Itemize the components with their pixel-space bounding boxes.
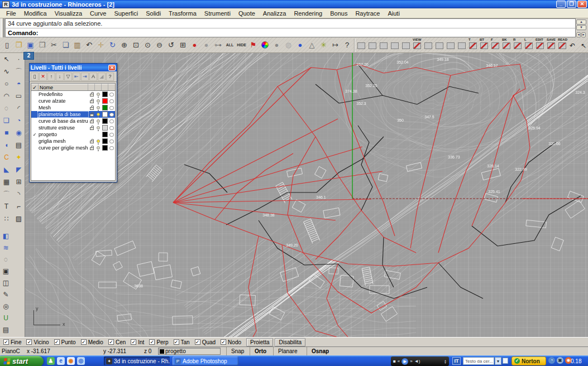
layer-material-cell[interactable] bbox=[108, 126, 115, 130]
trim-button[interactable]: ◤ bbox=[13, 163, 25, 176]
cone-button[interactable]: △ bbox=[306, 38, 318, 52]
osnap-perp[interactable]: ✓Perp bbox=[149, 339, 168, 345]
curve-from-object-button[interactable]: C bbox=[1, 151, 12, 163]
layer-bulb-cell[interactable] bbox=[95, 126, 102, 129]
layer-material-cell[interactable] bbox=[108, 133, 115, 137]
measure-distance-button[interactable]: ↦ bbox=[329, 38, 341, 52]
layer-material-cell[interactable] bbox=[108, 93, 115, 97]
layer-color-cell[interactable] bbox=[102, 105, 108, 110]
interpolate-curve-button[interactable]: ⌒ bbox=[13, 65, 25, 78]
pan-view-button[interactable]: ✛ bbox=[95, 38, 107, 52]
osnap-int[interactable]: ✓Int bbox=[131, 339, 144, 345]
array-button[interactable]: ▦ bbox=[1, 176, 12, 188]
select-button[interactable]: ↖ bbox=[1, 53, 12, 65]
layer-bulb-cell[interactable] bbox=[95, 93, 102, 96]
view-bottom-button[interactable]: BT bbox=[479, 38, 490, 52]
osnap-checkbox-punto[interactable]: ✓ bbox=[54, 339, 60, 345]
command-scroll-down[interactable]: ▼ bbox=[576, 25, 586, 30]
layer-lock-cell[interactable] bbox=[88, 119, 95, 123]
view-save-button[interactable]: SAVE bbox=[546, 38, 557, 52]
command-scroll-left[interactable]: ◄ bbox=[576, 32, 581, 37]
layer-lock-cell[interactable] bbox=[88, 99, 95, 103]
zoom-window-button[interactable]: ⊡ bbox=[130, 38, 142, 52]
wmp-play-button[interactable]: ▶ bbox=[401, 358, 408, 365]
layer-lock-cell[interactable] bbox=[88, 105, 95, 110]
rectangle-button[interactable]: ▭ bbox=[13, 90, 25, 102]
layer-material-cell[interactable] bbox=[108, 119, 115, 123]
undo-button[interactable]: ↶ bbox=[83, 38, 95, 52]
layers-dialog-titlebar[interactable]: Livelli - Tutti i livelli ✕ bbox=[30, 64, 117, 71]
osnap-nodo[interactable]: ✓Nodo bbox=[221, 339, 241, 345]
quicklaunch-messenger-icon[interactable]: ♟ bbox=[47, 357, 55, 365]
ghosted-viewport-button[interactable]: ◍ bbox=[283, 38, 294, 52]
layers-dialog[interactable]: Livelli - Tutti i livelli ✕ ▯✕↑↓▽⇤⇥A◢? ✓… bbox=[29, 63, 117, 182]
layer-color-cell[interactable] bbox=[102, 112, 108, 117]
layer-row-Predefinito[interactable]: Predefinito bbox=[31, 91, 115, 98]
language-indicator[interactable]: IT bbox=[452, 357, 461, 365]
open-file-button[interactable]: ❐ bbox=[13, 38, 25, 52]
layer-color-cell[interactable] bbox=[102, 125, 108, 131]
osnap-medio[interactable]: ✓Medio bbox=[81, 339, 103, 345]
view-top-dot-button[interactable] bbox=[457, 38, 468, 52]
new-layer-button[interactable]: ▯ bbox=[31, 73, 39, 81]
quicklaunch-internet-explorer-icon[interactable]: e bbox=[57, 357, 65, 365]
command-grip[interactable] bbox=[1, 18, 4, 37]
loft-button[interactable]: ≋ bbox=[0, 242, 12, 253]
view-named-button[interactable]: VIEW bbox=[412, 38, 423, 52]
copy-button[interactable]: ❏ bbox=[60, 38, 71, 52]
control-point-curve-button[interactable]: ∿ bbox=[1, 65, 12, 78]
new-file-button[interactable]: ▯ bbox=[1, 38, 13, 52]
move-layer-down-button[interactable]: ↓ bbox=[56, 73, 64, 81]
layer-row-strutture-estruse[interactable]: strutture estruse bbox=[31, 124, 115, 131]
osnap-checkbox-fine[interactable]: ✓ bbox=[3, 339, 9, 345]
minimize-button[interactable]: _ bbox=[556, 1, 566, 8]
view-set-button[interactable] bbox=[423, 38, 434, 52]
task-rhino[interactable]: ✦3d in costruzione - Rh... bbox=[104, 357, 170, 365]
color-column-header[interactable] bbox=[102, 84, 108, 90]
layer-bulb-cell[interactable] bbox=[95, 119, 102, 123]
status-toggle-orto[interactable]: Orto bbox=[250, 347, 271, 355]
view-read-button[interactable]: READ bbox=[557, 38, 568, 52]
block-button[interactable]: ▣ bbox=[0, 265, 12, 277]
point-grid-button[interactable]: ∷ bbox=[1, 213, 12, 225]
layer-row-griglia-mesh[interactable]: griglia mesh bbox=[31, 138, 115, 145]
move-right-button[interactable]: ⇥ bbox=[81, 73, 89, 81]
menu-raytrace[interactable]: Raytrace bbox=[351, 9, 384, 17]
layer-lock-cell[interactable] bbox=[88, 139, 95, 143]
render-button[interactable]: ● bbox=[189, 38, 200, 52]
paste-button[interactable]: ▥ bbox=[71, 38, 83, 52]
osnap-checkbox-int[interactable]: ✓ bbox=[131, 339, 136, 345]
project-curve-button[interactable]: ◝ bbox=[13, 188, 25, 200]
move-layer-up-button[interactable]: ↑ bbox=[47, 73, 55, 81]
view-back-button[interactable]: BK bbox=[501, 38, 513, 52]
view-left-button[interactable]: L bbox=[524, 38, 535, 52]
explode-button[interactable]: ✦ bbox=[13, 151, 25, 163]
circle-button[interactable]: ○ bbox=[1, 78, 12, 90]
menu-rendering[interactable]: Rendering bbox=[290, 9, 326, 17]
menu-analizza[interactable]: Analizza bbox=[259, 9, 290, 17]
layer-color-cell[interactable] bbox=[102, 132, 108, 137]
bulb-column-header[interactable] bbox=[95, 84, 102, 90]
wmp-previous-button[interactable]: « bbox=[398, 359, 400, 364]
sort-layers-button[interactable]: ◢ bbox=[98, 73, 106, 81]
layer-color-cell[interactable] bbox=[102, 138, 108, 144]
view-up-button[interactable] bbox=[367, 38, 379, 52]
cplane-label[interactable]: PianoC bbox=[2, 348, 20, 355]
layer-lock-cell[interactable] bbox=[88, 92, 95, 97]
view-left-dot-button[interactable] bbox=[434, 38, 446, 52]
contour-button[interactable]: ▤ bbox=[13, 139, 25, 151]
layer-row-progetto[interactable]: ✓progetto bbox=[31, 131, 115, 138]
search-go-button[interactable] bbox=[503, 358, 508, 364]
extrude-surface-button[interactable]: ◧ bbox=[0, 230, 12, 242]
tray-display-icon[interactable]: ▣ bbox=[557, 357, 563, 364]
layer-color-cell[interactable] bbox=[102, 98, 108, 104]
layer-row-curve-per-griglie-mesh[interactable]: curve per griglie mesh bbox=[31, 145, 115, 151]
menu-quote[interactable]: Quote bbox=[235, 9, 259, 17]
zoom-selected-button[interactable]: ⊙ bbox=[142, 38, 154, 52]
view-dot-button[interactable] bbox=[356, 38, 367, 52]
shaded-viewport-button[interactable]: ● bbox=[271, 38, 283, 52]
boolean-union-button[interactable]: U bbox=[0, 312, 12, 324]
layer-bulb-cell[interactable] bbox=[95, 113, 102, 116]
current-layer-chip[interactable]: progetto bbox=[158, 348, 221, 355]
select-all-button[interactable]: ALL bbox=[224, 38, 236, 52]
